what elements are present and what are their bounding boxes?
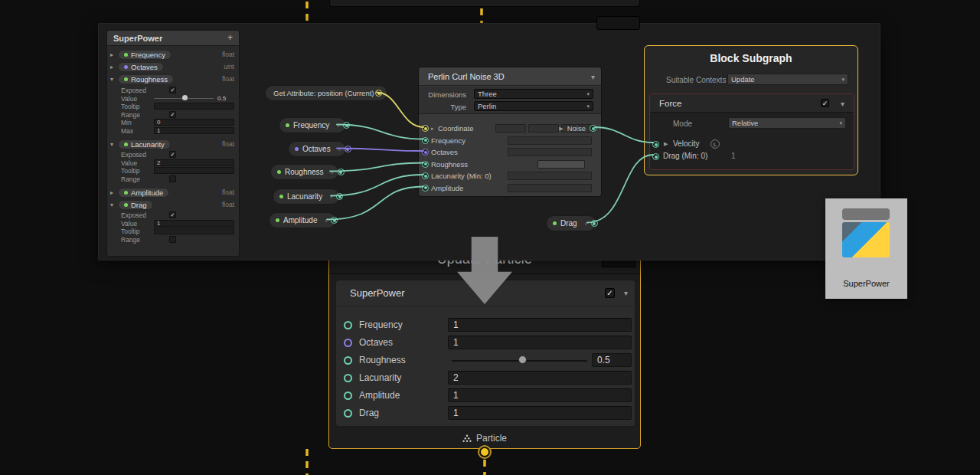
- range-checkbox[interactable]: [169, 236, 176, 243]
- max-input[interactable]: 1: [154, 127, 234, 134]
- tooltip-input[interactable]: [154, 103, 234, 110]
- row-label: Drag: [359, 408, 379, 418]
- block-row: Lacunarity 2: [336, 369, 635, 387]
- parameter-node-roughness[interactable]: Roughness‹: [270, 164, 339, 180]
- parameter-output-port[interactable]: [591, 220, 598, 227]
- disabled-field: [508, 184, 592, 192]
- property-pill[interactable]: Octaves: [118, 62, 164, 72]
- caret-icon[interactable]: ▸: [110, 64, 118, 70]
- parameter-node-amplitude[interactable]: Amplitude‹: [269, 212, 336, 228]
- property-pill[interactable]: Lacunarity: [118, 139, 171, 149]
- blackboard-panel: SuperPower + ▸ Frequency float ▸ Octaves…: [106, 30, 240, 257]
- parameter-output-port[interactable]: [338, 169, 345, 175]
- frequency-port[interactable]: [344, 321, 352, 329]
- output-marker-icon: ▶: [559, 126, 563, 132]
- detail-row-range: Range: [110, 236, 237, 244]
- add-property-button[interactable]: +: [227, 32, 233, 43]
- caret-icon[interactable]: ▾: [110, 141, 118, 148]
- perlin-curl-noise-node[interactable]: Perlin Curl Noise 3D ▾ Dimensions Three …: [418, 67, 602, 197]
- type-dropdown[interactable]: Perlin ▾: [474, 101, 593, 111]
- roughness-value-input[interactable]: 0.5: [592, 353, 632, 367]
- value-input[interactable]: 1: [154, 220, 234, 227]
- blackboard-property-drag[interactable]: ▾ Drag float: [110, 199, 237, 210]
- octaves-input-port[interactable]: [422, 149, 429, 156]
- expander-icon[interactable]: ▸: [431, 126, 434, 132]
- property-pill[interactable]: Frequency: [118, 50, 172, 60]
- parameter-output-port[interactable]: [343, 122, 350, 129]
- asset-label: SuperPower: [825, 279, 907, 288]
- roughness-port[interactable]: [344, 356, 352, 365]
- collapse-icon[interactable]: ‹: [585, 220, 587, 228]
- amplitude-port[interactable]: [344, 391, 352, 400]
- frequency-input-port[interactable]: [422, 137, 429, 144]
- particle-flow-anchor[interactable]: [479, 447, 490, 457]
- caret-icon[interactable]: ▸: [110, 189, 118, 196]
- tooltip-input[interactable]: [154, 167, 234, 174]
- octaves-input[interactable]: 1: [448, 336, 632, 349]
- caret-icon[interactable]: ▾: [110, 76, 118, 83]
- tooltip-input[interactable]: [154, 228, 234, 234]
- property-name: Drag: [131, 201, 147, 209]
- min-input[interactable]: 0: [154, 119, 234, 126]
- property-pill[interactable]: Amplitude: [118, 188, 169, 198]
- parameter-output-port[interactable]: [331, 217, 338, 224]
- drag-input[interactable]: 1: [448, 406, 632, 420]
- coordinate-input-port[interactable]: [422, 125, 429, 132]
- range-checkbox[interactable]: ✓: [169, 111, 176, 118]
- lacunarity-port[interactable]: [344, 374, 352, 382]
- amplitude-input-port[interactable]: [422, 185, 429, 192]
- value-readout[interactable]: 0.5: [217, 95, 226, 102]
- disabled-field: [528, 124, 559, 133]
- parameter-node-octaves[interactable]: Octaves‹: [288, 141, 346, 157]
- superpower-asset-tile[interactable]: SuperPower: [825, 198, 907, 299]
- caret-icon[interactable]: ▸: [110, 51, 118, 58]
- roughness-input-port[interactable]: [422, 161, 429, 168]
- exposed-checkbox[interactable]: ✓: [169, 151, 176, 158]
- caret-icon[interactable]: ▾: [110, 201, 118, 208]
- force-collapse-chevron-icon[interactable]: ▾: [841, 100, 844, 108]
- lacunarity-input-port[interactable]: [422, 172, 429, 179]
- dimensions-dropdown[interactable]: Three ▾: [474, 89, 593, 99]
- octaves-port[interactable]: [344, 339, 352, 347]
- node-collapse-chevron-icon[interactable]: ▾: [591, 73, 595, 81]
- blackboard-property-frequency[interactable]: ▸ Frequency float: [110, 49, 237, 60]
- roughness-slider-handle[interactable]: [518, 355, 527, 364]
- value-input[interactable]: 2: [154, 159, 234, 166]
- blackboard-property-lacunarity[interactable]: ▾ Lacunarity float: [110, 139, 237, 149]
- parameter-node-drag[interactable]: Drag‹: [546, 215, 596, 231]
- drag-input-port[interactable]: [652, 153, 659, 160]
- parameter-output-port[interactable]: [345, 146, 351, 152]
- blackboard-property-octaves[interactable]: ▸ Octaves uint: [110, 61, 237, 72]
- expander-icon[interactable]: ▶: [664, 141, 668, 147]
- lacunarity-input[interactable]: 2: [448, 371, 632, 385]
- block-collapse-chevron-icon[interactable]: ▾: [624, 289, 628, 297]
- parameter-output-port[interactable]: [336, 193, 343, 200]
- exposed-checkbox[interactable]: ✓: [169, 211, 176, 218]
- range-checkbox[interactable]: [169, 175, 176, 182]
- parameter-node-lacunarity[interactable]: Lacunarity‹: [273, 188, 340, 205]
- value-slider-handle[interactable]: [182, 95, 188, 100]
- velocity-input-port[interactable]: [652, 141, 659, 148]
- blackboard-property-roughness[interactable]: ▾ Roughness float: [110, 74, 237, 84]
- property-pill[interactable]: Drag: [118, 200, 153, 210]
- amplitude-input[interactable]: 1: [448, 388, 632, 402]
- get-attribute-node[interactable]: Get Attribute: position (Current): [265, 85, 387, 101]
- exposed-checkbox[interactable]: ✓: [169, 87, 176, 93]
- block-enabled-checkbox[interactable]: ✓: [605, 288, 615, 298]
- collapse-icon[interactable]: ‹: [337, 122, 339, 129]
- collapse-icon[interactable]: ‹: [325, 217, 327, 224]
- blackboard-property-amplitude[interactable]: ▸ Amplitude float: [110, 187, 237, 198]
- parameter-node-frequency[interactable]: Frequency‹: [279, 117, 346, 133]
- suitable-contexts-dropdown[interactable]: Update ▾: [727, 74, 848, 85]
- force-enabled-checkbox[interactable]: ✓: [821, 99, 829, 107]
- collapse-icon[interactable]: ‹: [338, 146, 341, 153]
- collapse-icon[interactable]: ‹: [330, 193, 332, 201]
- drag-port[interactable]: [344, 409, 352, 418]
- frequency-input[interactable]: 1: [448, 318, 632, 332]
- mode-dropdown[interactable]: Relative ▾: [728, 117, 846, 129]
- property-pill[interactable]: Roughness: [118, 74, 174, 84]
- noise-output-port[interactable]: [590, 125, 596, 132]
- position-output-port[interactable]: [375, 90, 382, 97]
- force-block[interactable]: Force ✓ ▾ Mode Relative ▾ ▶ Velocity L: [649, 93, 854, 170]
- collapse-icon[interactable]: ‹: [332, 169, 334, 176]
